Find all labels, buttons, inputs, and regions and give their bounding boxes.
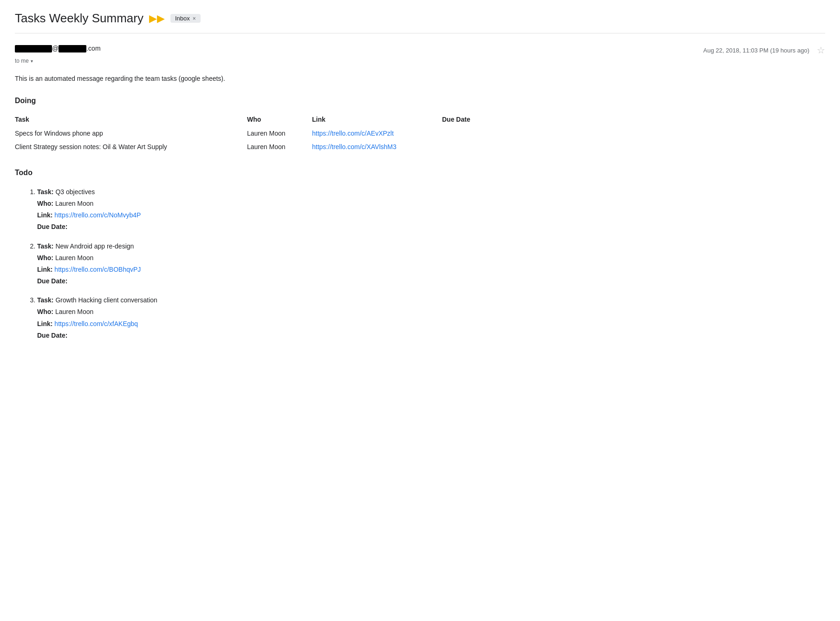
doing-table: Task Who Link Due Date Specs for Windows… bbox=[15, 114, 825, 152]
todo-due-line-1: Due Date: bbox=[37, 221, 825, 233]
doing-task-2: Client Strategy session notes: Oil & Wat… bbox=[15, 142, 247, 152]
todo-task-value-3: Growth Hacking client conversation bbox=[55, 296, 157, 304]
to-me-label: to me bbox=[15, 58, 29, 64]
todo-task-value-1: Q3 objectives bbox=[55, 188, 95, 196]
sender-tld: .com bbox=[86, 45, 100, 52]
inbox-badge[interactable]: Inbox × bbox=[170, 14, 201, 23]
todo-link-anchor-1[interactable]: https://trello.com/c/NoMvyb4P bbox=[54, 211, 141, 219]
email-body: This is an automated message regarding t… bbox=[15, 73, 825, 341]
intro-text: This is an automated message regarding t… bbox=[15, 73, 825, 84]
todo-due-line-2: Due Date: bbox=[37, 275, 825, 287]
doing-link-2-anchor[interactable]: https://trello.com/c/XAVlshM3 bbox=[312, 143, 397, 150]
chevron-down-icon: ▾ bbox=[31, 59, 33, 64]
todo-heading: Todo bbox=[15, 167, 825, 179]
doing-section: Doing Task Who Link Due Date Specs for W… bbox=[15, 95, 825, 152]
todo-due-label-3: Due Date: bbox=[37, 332, 67, 339]
doing-link-2[interactable]: https://trello.com/c/XAVlshM3 bbox=[312, 142, 442, 152]
todo-who-line-1: Who: Lauren Moon bbox=[37, 198, 825, 209]
doing-heading: Doing bbox=[15, 95, 825, 107]
todo-task-line-3: Task: Growth Hacking client conversation bbox=[37, 294, 825, 306]
todo-link-line-1[interactable]: Link: https://trello.com/c/NoMvyb4P bbox=[37, 209, 825, 221]
todo-who-value-2: Lauren Moon bbox=[55, 254, 94, 261]
todo-task-value-2: New Android app re-design bbox=[55, 242, 134, 250]
doing-who-1: Lauren Moon bbox=[247, 128, 312, 138]
col-header-task: Task bbox=[15, 114, 247, 124]
todo-list: Task: Q3 objectives Who: Lauren Moon Lin… bbox=[15, 186, 825, 341]
email-header: Tasks Weekly Summary ▶▶ Inbox × bbox=[15, 11, 825, 33]
todo-task-label-3: Task: bbox=[37, 296, 54, 304]
doing-task-1: Specs for Windows phone app bbox=[15, 128, 247, 138]
forward-icon: ▶▶ bbox=[149, 13, 165, 25]
todo-link-label-1: Link: bbox=[37, 211, 52, 219]
email-title: Tasks Weekly Summary bbox=[15, 11, 143, 26]
sender-at: @ bbox=[52, 45, 59, 52]
todo-link-anchor-2[interactable]: https://trello.com/c/BOBhqvPJ bbox=[54, 266, 141, 273]
col-header-due-date: Due Date bbox=[442, 114, 507, 124]
doing-link-1-anchor[interactable]: https://trello.com/c/AEvXPzlt bbox=[312, 130, 394, 137]
doing-due-2 bbox=[442, 142, 507, 152]
to-me-toggle[interactable]: to me ▾ bbox=[15, 58, 825, 64]
sender-info: @ .com bbox=[15, 45, 101, 52]
todo-task-line-2: Task: New Android app re-design bbox=[37, 241, 825, 252]
todo-who-line-2: Who: Lauren Moon bbox=[37, 252, 825, 264]
col-header-link: Link bbox=[312, 114, 442, 124]
todo-task-label-2: Task: bbox=[37, 242, 54, 250]
todo-link-line-2[interactable]: Link: https://trello.com/c/BOBhqvPJ bbox=[37, 264, 825, 275]
todo-who-value-3: Lauren Moon bbox=[55, 308, 94, 315]
email-meta-row: @ .com Aug 22, 2018, 11:03 PM (19 hours … bbox=[15, 45, 825, 56]
table-row: Client Strategy session notes: Oil & Wat… bbox=[15, 142, 825, 152]
todo-link-line-3[interactable]: Link: https://trello.com/c/xfAKEgbq bbox=[37, 318, 825, 330]
todo-task-line-1: Task: Q3 objectives bbox=[37, 186, 825, 198]
todo-who-label-2: Who: bbox=[37, 254, 53, 261]
doing-who-2: Lauren Moon bbox=[247, 142, 312, 152]
todo-who-value-1: Lauren Moon bbox=[55, 200, 94, 207]
list-item: Task: New Android app re-design Who: Lau… bbox=[37, 241, 825, 288]
inbox-close-button[interactable]: × bbox=[193, 15, 196, 22]
todo-link-label-2: Link: bbox=[37, 266, 52, 273]
todo-due-label-1: Due Date: bbox=[37, 223, 67, 230]
list-item: Task: Q3 objectives Who: Lauren Moon Lin… bbox=[37, 186, 825, 233]
timestamp-text: Aug 22, 2018, 11:03 PM (19 hours ago) bbox=[703, 47, 809, 54]
doing-link-1[interactable]: https://trello.com/c/AEvXPzlt bbox=[312, 128, 442, 138]
todo-section: Todo Task: Q3 objectives Who: Lauren Moo… bbox=[15, 167, 825, 341]
todo-who-label-3: Who: bbox=[37, 308, 53, 315]
todo-link-anchor-3[interactable]: https://trello.com/c/xfAKEgbq bbox=[54, 320, 138, 327]
star-button[interactable]: ☆ bbox=[817, 45, 825, 56]
todo-link-label-3: Link: bbox=[37, 320, 52, 327]
inbox-badge-label: Inbox bbox=[175, 15, 190, 22]
todo-due-line-3: Due Date: bbox=[37, 330, 825, 341]
sender-domain-redacted bbox=[59, 45, 86, 52]
todo-who-line-3: Who: Lauren Moon bbox=[37, 306, 825, 318]
table-header-row: Task Who Link Due Date bbox=[15, 114, 825, 124]
todo-task-label-1: Task: bbox=[37, 188, 54, 196]
col-header-who: Who bbox=[247, 114, 312, 124]
todo-who-label-1: Who: bbox=[37, 200, 53, 207]
list-item: Task: Growth Hacking client conversation… bbox=[37, 294, 825, 341]
table-row: Specs for Windows phone app Lauren Moon … bbox=[15, 128, 825, 138]
doing-due-1 bbox=[442, 128, 507, 138]
email-timestamp: Aug 22, 2018, 11:03 PM (19 hours ago) ☆ bbox=[703, 45, 825, 56]
todo-due-label-2: Due Date: bbox=[37, 277, 67, 285]
sender-email-redacted bbox=[15, 45, 52, 52]
